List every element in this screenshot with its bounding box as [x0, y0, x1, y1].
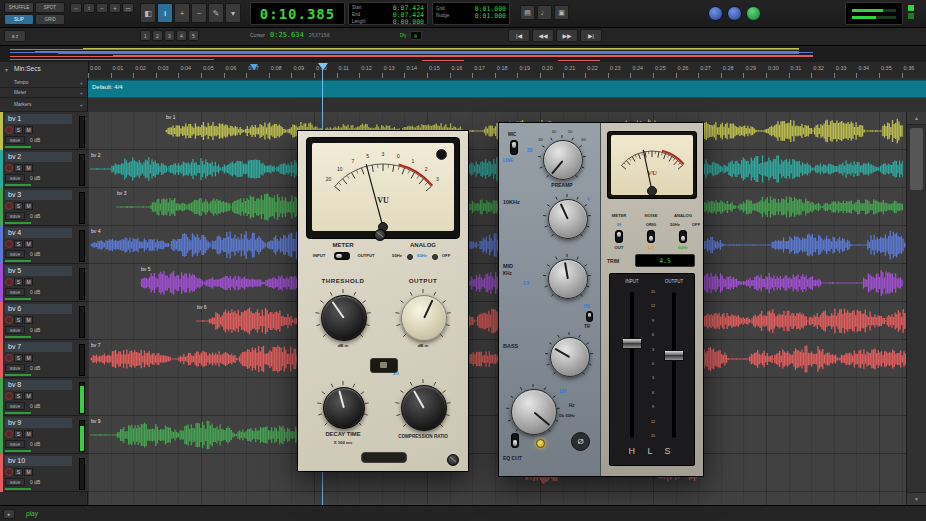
markers-lane-header[interactable]: Markers +: [0, 98, 88, 112]
track-name[interactable]: bv 1: [5, 114, 72, 124]
volume-fader[interactable]: [5, 488, 31, 490]
go-to-end-button[interactable]: ▶|: [580, 29, 602, 42]
zoom-in-icon[interactable]: +: [109, 3, 121, 13]
zoom-preset-5[interactable]: 5: [188, 30, 199, 41]
add-marker-button[interactable]: +: [79, 102, 83, 108]
zoom-preset-3[interactable]: 3: [164, 30, 175, 41]
preamp-knob[interactable]: [543, 140, 583, 180]
compression-ratio-knob[interactable]: [401, 385, 447, 431]
track-header-bv1[interactable]: bv 1SMwave0 dB: [0, 112, 88, 150]
playlist-view-selector[interactable]: wave: [5, 364, 25, 372]
solo-button[interactable]: S: [14, 392, 23, 400]
counter-value[interactable]: 0:00.000: [393, 18, 424, 26]
scrubber-tool[interactable]: ~: [191, 3, 207, 23]
zoom-preset-4[interactable]: 4: [176, 30, 187, 41]
meter-source-switch[interactable]: [334, 252, 350, 260]
track-header-bv3[interactable]: bv 3SMwave0 dB: [0, 188, 88, 226]
pk-tr-switch[interactable]: [586, 311, 593, 322]
grabber-tool[interactable]: +: [174, 3, 190, 23]
mute-button[interactable]: M: [24, 126, 33, 134]
track-header-bv10[interactable]: bv 10SMwave0 dB: [0, 454, 88, 492]
metronome-icon[interactable]: ♩: [537, 5, 552, 20]
toolbar-round-button-1[interactable]: [708, 6, 723, 21]
volume-fader[interactable]: [5, 260, 31, 262]
playlist-view-selector[interactable]: wave: [5, 402, 25, 410]
record-enable-button[interactable]: [5, 468, 13, 476]
pencil-tool[interactable]: ✎: [208, 3, 224, 23]
playlist-view-selector[interactable]: wave: [5, 478, 25, 486]
vertical-scrollbar[interactable]: ▲ ▼: [906, 112, 926, 505]
audio-clip[interactable]: bv 9: [90, 418, 300, 452]
mid-knob[interactable]: [548, 259, 588, 299]
zoom-horizontal-icon[interactable]: ↔: [70, 3, 82, 13]
zoom-preset-2[interactable]: 2: [152, 30, 163, 41]
track-header-bv5[interactable]: bv 5SMwave0 dB: [0, 264, 88, 302]
mute-button[interactable]: M: [24, 392, 33, 400]
selection-start-marker[interactable]: [250, 64, 258, 70]
record-enable-button[interactable]: [5, 278, 13, 286]
add-tempo-button[interactable]: +: [79, 80, 83, 86]
record-enable-button[interactable]: [5, 392, 13, 400]
timeline-selection-band[interactable]: Default: 4/4: [88, 80, 926, 98]
band-10khz-knob[interactable]: [548, 199, 588, 239]
threshold-knob[interactable]: [321, 295, 367, 341]
playlist-view-selector[interactable]: wave: [5, 440, 25, 448]
solo-button[interactable]: S: [14, 468, 23, 476]
trim-tool[interactable]: ◧: [140, 3, 156, 23]
track-header-bv9[interactable]: bv 9SMwave0 dB: [0, 416, 88, 454]
hls-noise-switch[interactable]: [647, 230, 655, 243]
playhead-marker[interactable]: [318, 63, 328, 70]
record-enable-button[interactable]: [5, 240, 13, 248]
playlist-view-selector[interactable]: wave: [5, 136, 25, 144]
output-knob[interactable]: [401, 295, 447, 341]
track-header-bv6[interactable]: bv 6SMwave0 dB: [0, 302, 88, 340]
record-enable-button[interactable]: [5, 316, 13, 324]
zoom-toggle-icon[interactable]: ▭: [122, 3, 134, 13]
edit-mode-grid[interactable]: GRID: [35, 14, 65, 25]
bass-knob[interactable]: [550, 337, 590, 377]
track-name[interactable]: bv 10: [5, 456, 72, 466]
volume-fader[interactable]: [5, 412, 31, 414]
selector-tool[interactable]: I: [157, 3, 173, 23]
arrange-area[interactable]: bv 1bv 2bv 3bv 4bv 5bv 6bv 7bv 9bv 10bv …: [88, 112, 906, 505]
volume-fader[interactable]: [5, 374, 31, 376]
edit-mode-shuffle[interactable]: SHUFFLE: [4, 2, 34, 13]
decay-time-knob[interactable]: [323, 387, 365, 429]
track-header-bv2[interactable]: bv 2SMwave0 dB: [0, 150, 88, 188]
solo-button[interactable]: S: [14, 202, 23, 210]
timeline-ruler[interactable]: 0:000:010:020:030:040:050:060:070:080:09…: [88, 62, 926, 78]
scroll-up-arrow[interactable]: ▲: [907, 112, 926, 125]
phase-button[interactable]: Ø: [571, 432, 590, 451]
zoom-vertical-icon[interactable]: ↕: [83, 3, 95, 13]
track-name[interactable]: bv 8: [5, 380, 72, 390]
solo-button[interactable]: S: [14, 126, 23, 134]
smart-tool[interactable]: ▾: [225, 3, 241, 23]
mute-button[interactable]: M: [24, 240, 33, 248]
solo-button[interactable]: S: [14, 240, 23, 248]
playlist-view-selector[interactable]: wave: [5, 326, 25, 334]
zoom-out-icon[interactable]: −: [96, 3, 108, 13]
record-enable-button[interactable]: [5, 126, 13, 134]
scroll-down-arrow[interactable]: ▼: [907, 492, 926, 505]
track-header-bv7[interactable]: bv 7SMwave0 dB: [0, 340, 88, 378]
main-counter[interactable]: 0:10.385: [250, 2, 345, 25]
ruler-unit-selector[interactable]: ▾ Min:Secs: [0, 62, 89, 79]
track-name[interactable]: bv 5: [5, 266, 72, 276]
pre-roll-icon[interactable]: ▣: [554, 5, 569, 20]
input-fader[interactable]: [622, 338, 642, 349]
volume-fader[interactable]: [5, 450, 31, 452]
zoom-preset-1[interactable]: 1: [140, 30, 151, 41]
bottom-toolbar-icon[interactable]: ▸: [3, 509, 15, 519]
playlist-view-selector[interactable]: wave: [5, 288, 25, 296]
playlist-view-selector[interactable]: wave: [5, 212, 25, 220]
hls-meter-switch[interactable]: [615, 230, 623, 243]
track-header-bv4[interactable]: bv 4SMwave0 dB: [0, 226, 88, 264]
volume-fader[interactable]: [5, 146, 31, 148]
mic-line-switch[interactable]: [510, 140, 518, 155]
track-name[interactable]: bv 4: [5, 228, 72, 238]
track-name[interactable]: bv 3: [5, 190, 72, 200]
mute-button[interactable]: M: [24, 202, 33, 210]
edit-mode-slip[interactable]: SLIP: [4, 14, 34, 25]
track-name[interactable]: bv 6: [5, 304, 72, 314]
solo-button[interactable]: S: [14, 354, 23, 362]
